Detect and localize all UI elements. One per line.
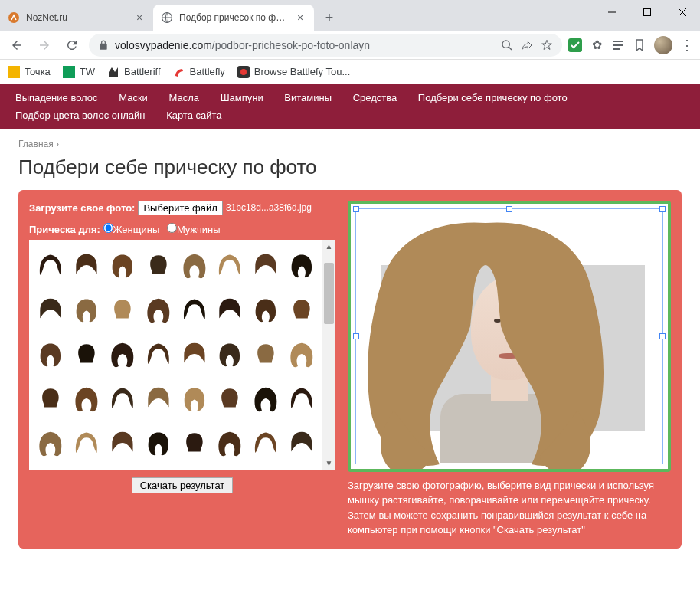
hair-thumbnail[interactable] (249, 289, 283, 332)
close-window-button[interactable] (665, 0, 700, 25)
hair-thumbnail[interactable] (213, 289, 247, 332)
hair-thumbnail[interactable] (249, 333, 283, 376)
hair-thumbnail[interactable] (70, 244, 104, 287)
hair-thumbnail[interactable] (177, 289, 211, 332)
nav-link[interactable]: Шампуни (221, 92, 263, 103)
svg-point-0 (8, 12, 19, 23)
gender-label: Прическа для: (29, 224, 100, 235)
nav-link[interactable]: Средства (353, 92, 397, 103)
hair-thumbnail[interactable] (285, 333, 319, 376)
svg-point-6 (502, 41, 509, 48)
hair-thumbnail[interactable] (213, 244, 247, 287)
checkmark-extension-icon[interactable] (568, 38, 582, 52)
maximize-button[interactable] (630, 0, 665, 25)
nav-link[interactable]: Подбор цвета волос онлайн (15, 110, 146, 121)
hair-thumbnail[interactable] (34, 378, 68, 421)
download-button[interactable]: Скачать результат (132, 477, 234, 493)
hair-thumbnail[interactable] (34, 422, 68, 465)
list-extension-icon[interactable] (611, 38, 625, 52)
star-icon[interactable] (541, 39, 553, 51)
hair-thumbnail[interactable] (34, 244, 68, 287)
hair-thumbnail[interactable] (213, 333, 247, 376)
back-button[interactable] (6, 34, 28, 56)
hair-thumbnail[interactable] (70, 289, 104, 332)
bookmark-item[interactable]: Browse Battlefy Tou... (237, 66, 351, 78)
hair-thumbnail[interactable] (106, 378, 140, 421)
gender-women-radio[interactable] (103, 223, 113, 233)
scrollbar[interactable]: ▲ ▼ (322, 240, 335, 470)
breadcrumb[interactable]: Главная › (18, 139, 682, 149)
minimize-button[interactable] (594, 0, 630, 25)
window-controls (594, 0, 700, 25)
tab-active[interactable]: Подбор причесок по фото онла × (153, 5, 314, 31)
hair-thumbnail[interactable] (34, 333, 68, 376)
hair-thumbnail[interactable] (177, 244, 211, 287)
hair-thumbnail[interactable] (285, 378, 319, 421)
close-icon[interactable]: × (294, 11, 306, 24)
hair-thumbnail[interactable] (70, 378, 104, 421)
bookmark-item[interactable]: Точка (8, 66, 51, 78)
share-icon[interactable] (521, 39, 533, 51)
hair-thumbnail[interactable] (106, 244, 140, 287)
hair-thumbnail[interactable] (34, 289, 68, 332)
hair-thumbnail[interactable] (106, 333, 140, 376)
forward-button[interactable] (34, 34, 55, 56)
hair-thumbnail[interactable] (177, 333, 211, 376)
choose-file-button[interactable]: Выберите файл (138, 201, 222, 215)
svg-rect-10 (63, 66, 75, 78)
preview-canvas[interactable] (348, 201, 671, 472)
hair-thumbnail[interactable] (285, 244, 319, 287)
hair-thumbnail[interactable] (249, 422, 283, 465)
bookmark-item[interactable]: Battlefly (173, 66, 225, 78)
scroll-down-icon[interactable]: ▼ (322, 457, 335, 470)
hair-thumbnail[interactable] (249, 378, 283, 421)
nav-link[interactable]: Подбери себе прическу по фото (418, 92, 568, 103)
tab-title: NozNet.ru (26, 12, 129, 23)
new-tab-button[interactable]: + (319, 7, 340, 28)
gear-icon[interactable]: ✿ (590, 38, 604, 52)
hair-thumbnail[interactable] (213, 378, 247, 421)
hair-selection-panel: ▲ ▼ (29, 240, 335, 470)
bookmarks-bar: Точка TW Battleriff Battlefly Browse Bat… (0, 60, 700, 84)
scroll-thumb[interactable] (324, 263, 334, 324)
close-icon[interactable]: × (133, 11, 146, 24)
hair-thumbnail[interactable] (177, 378, 211, 421)
gender-men-label[interactable]: Мужчины (177, 224, 221, 235)
nav-link[interactable]: Выпадение волос (15, 92, 98, 103)
bookmark-extension-icon[interactable] (633, 38, 646, 52)
hair-overlay[interactable] (348, 211, 631, 472)
hair-thumbnail[interactable] (141, 422, 175, 465)
hair-thumbnail[interactable] (70, 422, 104, 465)
reload-button[interactable] (61, 34, 83, 56)
menu-icon[interactable]: ⋮ (680, 38, 694, 52)
hair-thumbnail[interactable] (141, 289, 175, 332)
nav-link[interactable]: Масла (168, 92, 199, 103)
gender-men-radio[interactable] (167, 223, 177, 233)
scroll-up-icon[interactable]: ▲ (322, 240, 335, 253)
hair-thumbnail[interactable] (70, 333, 104, 376)
omnibox[interactable]: volosvypadenie.com/podbor-prichesok-po-f… (89, 34, 562, 57)
hair-thumbnail[interactable] (213, 422, 247, 465)
svg-point-12 (240, 69, 247, 75)
hair-thumbnail[interactable] (285, 422, 319, 465)
hair-thumbnail[interactable] (177, 422, 211, 465)
profile-avatar[interactable] (654, 36, 672, 54)
hair-thumbnail[interactable] (285, 289, 319, 332)
tab-inactive[interactable]: NozNet.ru × (0, 5, 153, 31)
nav-link[interactable]: Маски (119, 92, 148, 103)
bookmark-item[interactable]: Battleriff (107, 66, 160, 78)
bookmark-item[interactable]: TW (63, 66, 95, 78)
url-text: volosvypadenie.com/podbor-prichesok-po-f… (115, 39, 370, 51)
tab-favicon (8, 11, 20, 24)
hair-thumbnail[interactable] (141, 378, 175, 421)
hair-thumbnail[interactable] (106, 289, 140, 332)
hair-thumbnail[interactable] (141, 333, 175, 376)
gender-women-label[interactable]: Женщины (113, 224, 160, 235)
nav-link[interactable]: Витамины (284, 92, 332, 103)
lock-icon (98, 40, 109, 51)
hair-thumbnail[interactable] (141, 244, 175, 287)
search-icon[interactable] (501, 39, 513, 51)
hair-thumbnail[interactable] (106, 422, 140, 465)
hair-thumbnail[interactable] (249, 244, 283, 287)
nav-link[interactable]: Карта сайта (166, 110, 221, 121)
